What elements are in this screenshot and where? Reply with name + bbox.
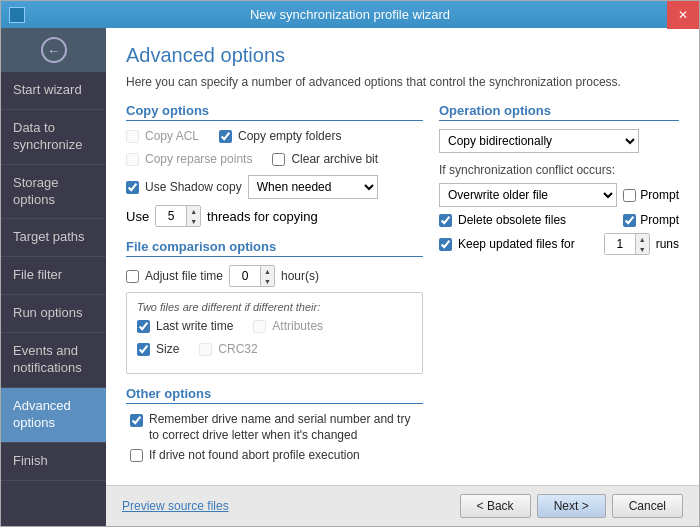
copy-options-row2: Copy reparse points Clear archive bit [126, 152, 423, 171]
shadow-copy-row: Use Shadow copy When needed Always Never [126, 175, 423, 199]
copy-acl-label: Copy ACL [145, 129, 199, 143]
main-window: New synchronization profile wizard ✕ ← S… [0, 0, 700, 527]
shadow-copy-checkbox[interactable] [126, 181, 139, 194]
back-button[interactable]: ← [1, 28, 106, 72]
crc32-label: CRC32 [218, 342, 257, 356]
title-bar: New synchronization profile wizard ✕ [1, 1, 699, 28]
remember-drive-label: Remember drive name and serial number an… [149, 412, 423, 443]
adjust-file-time-row: Adjust file time ▲ ▼ hour(s) [126, 265, 423, 287]
hours-label: hour(s) [281, 269, 319, 283]
page-description: Here you can specify a number of advance… [126, 75, 679, 89]
prompt-delete-checkbox[interactable] [623, 214, 636, 227]
threads-decrement[interactable]: ▼ [187, 216, 200, 226]
abort-not-found-checkbox[interactable] [130, 449, 143, 462]
app-icon [9, 7, 25, 23]
copy-empty-folders-label: Copy empty folders [238, 129, 341, 143]
threads-input[interactable] [156, 206, 186, 226]
sidebar-item-target-paths[interactable]: Target paths [1, 219, 106, 257]
shadow-copy-select[interactable]: When needed Always Never [248, 175, 378, 199]
clear-archive-label: Clear archive bit [291, 152, 378, 166]
footer: Preview source files < Back Next > Cance… [106, 485, 699, 526]
keep-updated-label: Keep updated files for [458, 237, 575, 251]
copy-reparse-label: Copy reparse points [145, 152, 252, 166]
prompt-delete-row: Prompt [623, 213, 679, 227]
attributes-checkbox[interactable] [253, 320, 266, 333]
conflict-label: If synchronization conflict occurs: [439, 163, 679, 177]
next-button[interactable]: Next > [537, 494, 606, 518]
main-panel: Advanced options Here you can specify a … [106, 28, 699, 526]
copy-acl-option: Copy ACL [126, 129, 199, 143]
copy-reparse-checkbox[interactable] [126, 153, 139, 166]
window-title: New synchronization profile wizard [250, 7, 450, 22]
threads-label: threads for copying [207, 209, 318, 224]
adjust-file-time-checkbox[interactable] [126, 270, 139, 283]
preview-link[interactable]: Preview source files [122, 499, 229, 513]
copy-acl-checkbox[interactable] [126, 130, 139, 143]
sidebar-item-start-wizard[interactable]: Start wizard [1, 72, 106, 110]
file-comparison-box: Two files are different if different the… [126, 292, 423, 374]
keep-updated-checkbox[interactable] [439, 238, 452, 251]
file-comparison-title: File comparison options [126, 239, 423, 257]
size-checkbox[interactable] [137, 343, 150, 356]
overwrite-select[interactable]: Overwrite older file Skip Prompt [439, 183, 617, 207]
other-options-title: Other options [126, 386, 423, 404]
hour-spinner[interactable]: ▲ ▼ [229, 265, 275, 287]
right-column: Operation options Copy bidirectionally C… [439, 103, 679, 467]
main-content: Advanced options Here you can specify a … [106, 28, 699, 485]
hour-input[interactable] [230, 266, 260, 286]
left-column: Copy options Copy ACL Copy empty folders [126, 103, 423, 467]
copy-empty-folders-checkbox[interactable] [219, 130, 232, 143]
page-title: Advanced options [126, 44, 679, 67]
two-column-layout: Copy options Copy ACL Copy empty folders [126, 103, 679, 467]
remember-drive-checkbox[interactable] [130, 414, 143, 427]
threads-spinner[interactable]: ▲ ▼ [155, 205, 201, 227]
sidebar-item-advanced-options[interactable]: Advanced options [1, 388, 106, 443]
threads-spinner-buttons: ▲ ▼ [186, 206, 200, 226]
back-circle-icon: ← [41, 37, 67, 63]
hour-spinner-buttons: ▲ ▼ [260, 266, 274, 286]
runs-input[interactable] [605, 234, 635, 254]
abort-if-not-found-option: If drive not found abort profile executi… [126, 448, 423, 462]
runs-decrement[interactable]: ▼ [636, 244, 649, 254]
last-write-time-label: Last write time [156, 319, 233, 333]
sidebar-item-events-notifications[interactable]: Events and notifications [1, 333, 106, 388]
attributes-option: Attributes [253, 319, 323, 333]
runs-spinner-buttons: ▲ ▼ [635, 234, 649, 254]
copy-options-row1: Copy ACL Copy empty folders [126, 129, 423, 148]
runs-label: runs [656, 237, 679, 251]
threads-row: Use ▲ ▼ threads for copying [126, 205, 423, 227]
hour-decrement[interactable]: ▼ [261, 276, 274, 286]
crc32-checkbox[interactable] [199, 343, 212, 356]
clear-archive-checkbox[interactable] [272, 153, 285, 166]
delete-obsolete-checkbox[interactable] [439, 214, 452, 227]
diff-row1: Last write time Attributes [137, 319, 412, 338]
close-button[interactable]: ✕ [667, 1, 699, 29]
abort-not-found-label: If drive not found abort profile executi… [149, 448, 360, 462]
hour-increment[interactable]: ▲ [261, 266, 274, 276]
size-label: Size [156, 342, 179, 356]
size-option: Size [137, 342, 179, 356]
prompt-conflict-checkbox[interactable] [623, 189, 636, 202]
cancel-button[interactable]: Cancel [612, 494, 683, 518]
sidebar-item-finish[interactable]: Finish [1, 443, 106, 481]
last-write-time-checkbox[interactable] [137, 320, 150, 333]
use-label: Use [126, 209, 149, 224]
sidebar-item-data-to-synchronize[interactable]: Data to synchronize [1, 110, 106, 165]
sidebar-item-storage-options[interactable]: Storage options [1, 165, 106, 220]
back-button[interactable]: < Back [460, 494, 531, 518]
keep-updated-row: Keep updated files for ▲ ▼ runs [439, 233, 679, 255]
last-write-time-option: Last write time [137, 319, 233, 333]
sidebar-item-run-options[interactable]: Run options [1, 295, 106, 333]
threads-increment[interactable]: ▲ [187, 206, 200, 216]
runs-increment[interactable]: ▲ [636, 234, 649, 244]
diff-row2: Size CRC32 [137, 342, 412, 361]
diff-label: Two files are different if different the… [137, 301, 412, 313]
attributes-label: Attributes [272, 319, 323, 333]
operation-options-title: Operation options [439, 103, 679, 121]
delete-obsolete-row: Delete obsolete files Prompt [439, 213, 679, 227]
sidebar: ← Start wizard Data to synchronize Stora… [1, 28, 106, 526]
overwrite-row: Overwrite older file Skip Prompt Prompt [439, 183, 679, 207]
sidebar-item-file-filter[interactable]: File filter [1, 257, 106, 295]
runs-spinner[interactable]: ▲ ▼ [604, 233, 650, 255]
copy-direction-select[interactable]: Copy bidirectionally Copy left to right … [439, 129, 639, 153]
